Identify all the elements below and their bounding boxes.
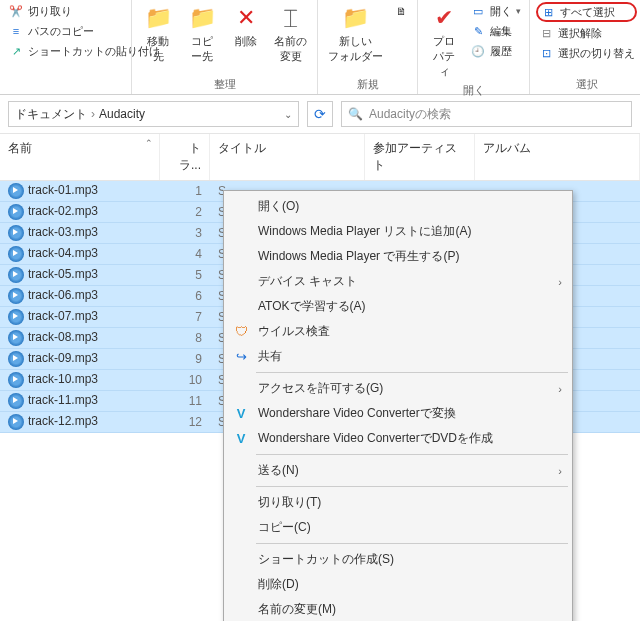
- col-name[interactable]: 名前: [0, 134, 160, 180]
- ctx-open[interactable]: 開く(O): [226, 194, 570, 219]
- audio-file-icon: [8, 246, 24, 262]
- properties-icon: ✔: [428, 4, 460, 32]
- ctx-rename[interactable]: 名前の変更(M): [226, 597, 570, 621]
- edit-icon: ✎: [470, 23, 486, 39]
- ctx-cut[interactable]: 切り取り(T): [226, 490, 570, 515]
- col-artist[interactable]: 参加アーティスト: [365, 134, 475, 180]
- ribbon: ✂️切り取り ≡パスのコピー ↗ショートカットの貼り付け 📁移動先 📁コピー先 …: [0, 0, 640, 95]
- address-bar: ドキュメント › Audacity ⌄ ⟳ 🔍 Audacityの検索: [0, 95, 640, 133]
- properties-button[interactable]: ✔プロパティ: [424, 2, 464, 81]
- ctx-separator: [256, 486, 568, 487]
- select-all-icon: ⊞: [540, 4, 556, 20]
- ribbon-clipboard-group: ✂️切り取り ≡パスのコピー ↗ショートカットの貼り付け: [0, 0, 132, 94]
- audio-file-icon: [8, 183, 24, 199]
- ctx-send[interactable]: 送る(N)›: [226, 458, 570, 483]
- new-label: 新規: [324, 75, 411, 94]
- new-folder-icon: 📁: [340, 4, 372, 32]
- history-button[interactable]: 🕘履歴: [468, 42, 523, 60]
- delete-button[interactable]: ✕削除: [226, 2, 266, 51]
- audio-file-icon: [8, 225, 24, 241]
- invert-icon: ⊡: [538, 45, 554, 61]
- ribbon-select-group: ⊞すべて選択 ⊟選択解除 ⊡選択の切り替え 選択: [530, 0, 640, 94]
- chevron-right-icon: ›: [558, 465, 562, 477]
- refresh-icon: ⟳: [314, 106, 326, 122]
- select-none-icon: ⊟: [538, 25, 554, 41]
- ctx-wmp-add[interactable]: Windows Media Player リストに追加(A): [226, 219, 570, 244]
- open-icon: ▭: [470, 3, 486, 19]
- open-label: 開く: [424, 81, 523, 100]
- ctx-copy[interactable]: コピー(C): [226, 515, 570, 540]
- move-to-button[interactable]: 📁移動先: [138, 2, 178, 66]
- ctx-ws-convert[interactable]: VWondershare Video Converterで変換: [226, 401, 570, 426]
- edit-button[interactable]: ✎編集: [468, 22, 523, 40]
- col-track[interactable]: トラ...: [160, 134, 210, 180]
- copy-icon: 📁: [186, 4, 218, 32]
- ctx-ws-dvd[interactable]: VWondershare Video ConverterでDVDを作成: [226, 426, 570, 451]
- chevron-right-icon: ›: [558, 383, 562, 395]
- col-title[interactable]: タイトル: [210, 134, 365, 180]
- chevron-down-icon[interactable]: ⌄: [284, 109, 292, 120]
- shortcut-icon: ↗: [8, 43, 24, 59]
- audio-file-icon: [8, 204, 24, 220]
- ctx-atok[interactable]: ATOKで学習する(A): [226, 294, 570, 319]
- move-icon: 📁: [142, 4, 174, 32]
- audio-file-icon: [8, 309, 24, 325]
- copy-to-button[interactable]: 📁コピー先: [182, 2, 222, 66]
- select-none-button[interactable]: ⊟選択解除: [536, 24, 637, 42]
- delete-icon: ✕: [230, 4, 262, 32]
- open-button[interactable]: ▭開く▾: [468, 2, 523, 20]
- ribbon-new-group: 📁新しい フォルダー 🗎 新規: [318, 0, 418, 94]
- ctx-separator: [256, 543, 568, 544]
- context-menu: 開く(O) Windows Media Player リストに追加(A) Win…: [223, 190, 573, 621]
- search-input[interactable]: 🔍 Audacityの検索: [341, 101, 632, 127]
- audio-file-icon: [8, 267, 24, 283]
- ctx-separator: [256, 372, 568, 373]
- ctx-cast[interactable]: デバイス キャスト›: [226, 269, 570, 294]
- audio-file-icon: [8, 330, 24, 346]
- new-item-icon: 🗎: [393, 3, 409, 19]
- rename-icon: ⌶: [275, 4, 307, 32]
- chevron-right-icon: ›: [558, 276, 562, 288]
- table-header: 名前 トラ... タイトル 参加アーティスト アルバム: [0, 133, 640, 181]
- new-item-button[interactable]: 🗎: [391, 2, 411, 20]
- ribbon-open-group: ✔プロパティ ▭開く▾ ✎編集 🕘履歴 開く: [418, 0, 530, 94]
- organize-label: 整理: [138, 75, 311, 94]
- ctx-wmp-play[interactable]: Windows Media Player で再生する(P): [226, 244, 570, 269]
- select-all-button[interactable]: ⊞すべて選択: [536, 2, 637, 22]
- col-album[interactable]: アルバム: [475, 134, 640, 180]
- audio-file-icon: [8, 372, 24, 388]
- ctx-access[interactable]: アクセスを許可する(G)›: [226, 376, 570, 401]
- select-label: 選択: [536, 75, 637, 94]
- shield-icon: 🛡: [232, 323, 250, 341]
- refresh-button[interactable]: ⟳: [307, 101, 333, 127]
- scissors-icon: ✂️: [8, 3, 24, 19]
- path-icon: ≡: [8, 23, 24, 39]
- ribbon-organize-group: 📁移動先 📁コピー先 ✕削除 ⌶名前の 変更 整理: [132, 0, 318, 94]
- audio-file-icon: [8, 351, 24, 367]
- ctx-shortcut[interactable]: ショートカットの作成(S): [226, 547, 570, 572]
- audio-file-icon: [8, 393, 24, 409]
- breadcrumb[interactable]: ドキュメント › Audacity ⌄: [8, 101, 299, 127]
- history-icon: 🕘: [470, 43, 486, 59]
- share-icon: ↪: [232, 348, 250, 366]
- new-folder-button[interactable]: 📁新しい フォルダー: [324, 2, 387, 66]
- audio-file-icon: [8, 288, 24, 304]
- rename-button[interactable]: ⌶名前の 変更: [270, 2, 311, 66]
- search-icon: 🔍: [348, 107, 363, 121]
- ctx-separator: [256, 454, 568, 455]
- chevron-right-icon: ›: [91, 107, 95, 121]
- invert-selection-button[interactable]: ⊡選択の切り替え: [536, 44, 637, 62]
- wondershare-icon: V: [232, 430, 250, 448]
- wondershare-icon: V: [232, 405, 250, 423]
- audio-file-icon: [8, 414, 24, 430]
- ctx-virus[interactable]: 🛡ウイルス検査: [226, 319, 570, 344]
- ctx-delete[interactable]: 削除(D): [226, 572, 570, 597]
- ctx-share[interactable]: ↪共有: [226, 344, 570, 369]
